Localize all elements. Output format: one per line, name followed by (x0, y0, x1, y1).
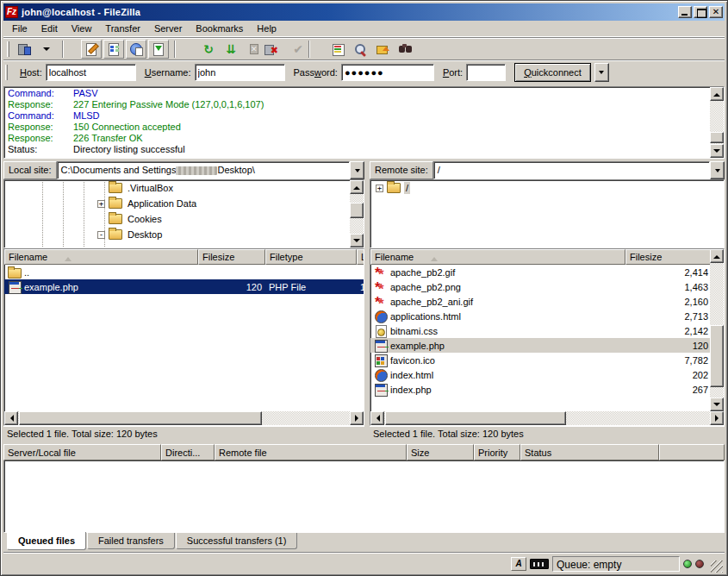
cancel-operation-icon[interactable]: ✕ (238, 40, 258, 59)
username-input[interactable] (195, 64, 285, 81)
password-input[interactable] (341, 64, 434, 81)
column-header[interactable]: Filesize (198, 249, 265, 265)
remote-path-value[interactable]: / (433, 161, 710, 179)
tree-item[interactable]: - Desktop (4, 227, 364, 242)
menu-item[interactable]: File (5, 22, 34, 35)
file-row[interactable]: example.php 120 (370, 338, 710, 353)
remote-path-dropdown-button[interactable] (710, 161, 725, 179)
queue-column-header[interactable]: Priority (474, 444, 520, 460)
filter-icon[interactable] (327, 40, 348, 59)
menu-item[interactable]: Server (147, 22, 189, 35)
file-row[interactable]: apache_pb2.gif 2,414 (370, 265, 710, 279)
scroll-down-button[interactable] (710, 398, 724, 411)
site-manager-icon[interactable] (14, 40, 34, 59)
log-line-message: 227 Entering Passive Mode (127,0,0,1,6,1… (73, 99, 264, 110)
refresh-icon[interactable]: ↻ (193, 40, 214, 59)
close-button[interactable]: ✕ (709, 6, 723, 18)
column-header[interactable]: Filename (370, 249, 625, 265)
queue-tab[interactable]: Successful transfers (1) (176, 533, 298, 549)
scrollbar-thumb[interactable] (385, 411, 566, 425)
scroll-up-button[interactable] (350, 180, 364, 194)
port-input[interactable] (466, 64, 506, 81)
local-site-combobox[interactable]: C:\Documents and SettingsDesktop\ (57, 161, 364, 179)
disconnect-icon[interactable] (260, 40, 281, 59)
menu-item[interactable]: Edit (34, 22, 65, 35)
local-tree-scrollbar[interactable] (350, 180, 364, 247)
reconnect-icon[interactable]: ✔ (283, 40, 303, 59)
scroll-up-button[interactable] (710, 87, 724, 101)
scrollbar-thumb[interactable] (19, 411, 262, 425)
menu-item[interactable]: Bookmarks (189, 22, 250, 35)
remote-site-combobox[interactable]: / (433, 161, 725, 179)
tree-expander[interactable]: + (97, 200, 105, 208)
scroll-up-button[interactable] (710, 249, 724, 263)
maximize-button[interactable] (694, 6, 707, 18)
scroll-right-button[interactable] (350, 411, 364, 425)
queue-column-header[interactable]: Server/Local file (3, 444, 161, 460)
quickconnect-button[interactable]: Quickconnect (514, 63, 591, 82)
local-horizontal-scrollbar[interactable] (4, 411, 364, 425)
scroll-down-button[interactable] (350, 234, 364, 247)
scroll-left-button[interactable] (370, 411, 384, 425)
file-row[interactable]: bitnami.css 2,142 (370, 323, 710, 338)
remote-horizontal-scrollbar[interactable] (370, 411, 724, 425)
tree-item[interactable]: Cookies (4, 211, 364, 227)
tree-item[interactable]: + Application Data (4, 196, 364, 211)
queue-column-header[interactable] (659, 444, 725, 460)
toggle-queue-icon[interactable] (148, 40, 169, 59)
menu-item[interactable]: View (65, 22, 99, 35)
toolbar-separator[interactable] (59, 40, 79, 59)
queue-column-header[interactable]: Remote file (215, 444, 407, 460)
file-row[interactable]: apache_pb2.png 1,463 (370, 279, 710, 294)
file-row[interactable]: index.html 202 (370, 367, 710, 382)
menu-item[interactable]: Help (250, 22, 283, 35)
toolbar-separator[interactable] (305, 40, 326, 59)
scroll-left-button[interactable] (4, 411, 18, 425)
scroll-right-button[interactable] (710, 411, 724, 425)
toggle-message-log-icon[interactable] (81, 40, 102, 59)
process-queue-icon[interactable]: ⇊ (215, 40, 236, 59)
scrollbar-thumb[interactable] (710, 132, 724, 143)
queue-column-header[interactable]: Status (520, 444, 659, 460)
queue-column-header[interactable]: Size (407, 444, 474, 460)
synchronized-browsing-icon[interactable] (372, 40, 393, 59)
menu-item[interactable]: Transfer (98, 22, 147, 35)
file-row[interactable]: apache_pb2_ani.gif 2,160 (370, 294, 710, 309)
file-row[interactable]: example.php 120 PHP File 1 (4, 279, 364, 294)
data-type-indicator-icon[interactable]: A (511, 557, 526, 571)
local-path-value[interactable]: C:\Documents and SettingsDesktop\ (57, 161, 350, 179)
queue-tab[interactable]: Queued files (7, 532, 86, 550)
log-line-type: Response: (8, 133, 73, 144)
column-header[interactable]: Filetype (265, 249, 357, 265)
site-manager-dropdown-icon[interactable] (36, 40, 57, 59)
resize-grip[interactable] (711, 560, 723, 573)
find-files-icon[interactable] (395, 40, 415, 59)
tree-item[interactable]: .VirtualBox (4, 180, 364, 196)
tree-expander[interactable]: - (97, 231, 105, 239)
remote-vertical-scrollbar[interactable] (710, 249, 724, 411)
column-header[interactable]: Filesize (625, 249, 712, 265)
queue-column-header[interactable]: Directi... (161, 444, 215, 460)
file-row[interactable]: applications.html 2,713 (370, 309, 710, 323)
host-input[interactable] (46, 64, 136, 81)
minimize-button[interactable] (678, 6, 692, 18)
file-row[interactable]: index.php 267 (370, 382, 710, 397)
toggle-remote-tree-icon[interactable] (126, 40, 146, 59)
scrollbar-thumb[interactable] (350, 203, 364, 218)
quickconnect-dropdown-button[interactable] (594, 63, 609, 82)
log-scrollbar[interactable] (710, 87, 724, 158)
file-row[interactable]: .. (4, 265, 364, 279)
queue-tab[interactable]: Failed transfers (87, 533, 175, 549)
local-path-dropdown-button[interactable] (350, 161, 364, 179)
scroll-down-button[interactable] (710, 144, 724, 158)
tree-expander[interactable]: + (376, 185, 383, 192)
file-row[interactable]: favicon.ico 7,782 (370, 353, 710, 367)
directory-comparison-icon[interactable] (350, 40, 370, 59)
toggle-local-tree-icon[interactable] (103, 40, 124, 59)
tree-item[interactable]: + / (370, 180, 724, 196)
scrollbar-thumb[interactable] (710, 325, 724, 387)
column-header[interactable]: Filename (4, 249, 198, 265)
column-header[interactable]: L (357, 249, 364, 265)
speed-limit-indicator-icon[interactable] (530, 559, 549, 569)
toolbar-separator[interactable] (171, 40, 191, 59)
